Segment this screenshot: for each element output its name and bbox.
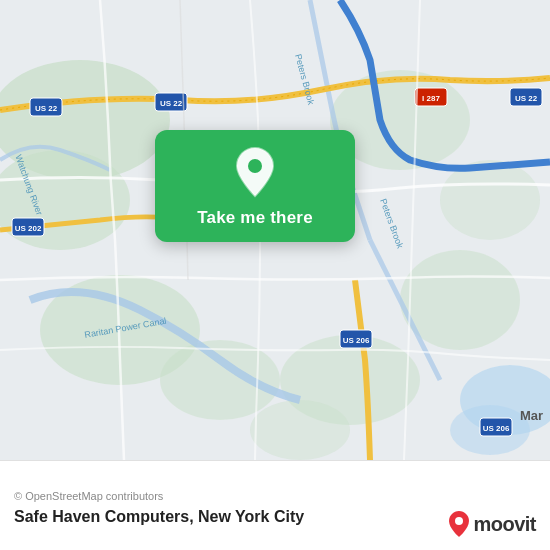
moovit-pin-icon	[448, 510, 470, 538]
moovit-logo: moovit	[448, 510, 536, 538]
svg-text:US 206: US 206	[483, 424, 510, 433]
take-me-there-card[interactable]: Take me there	[155, 130, 355, 242]
svg-point-7	[440, 160, 540, 240]
location-icon-wrapper	[229, 146, 281, 198]
svg-point-9	[250, 400, 350, 460]
svg-text:I 287: I 287	[422, 94, 440, 103]
attribution-text: © OpenStreetMap contributors	[14, 490, 536, 502]
svg-point-31	[248, 159, 262, 173]
svg-text:US 22: US 22	[35, 104, 58, 113]
svg-text:Mar: Mar	[520, 408, 543, 423]
svg-point-32	[455, 517, 463, 525]
svg-text:US 206: US 206	[343, 336, 370, 345]
svg-text:US 22: US 22	[160, 99, 183, 108]
moovit-brand-text: moovit	[473, 513, 536, 536]
svg-text:US 22: US 22	[515, 94, 538, 103]
map-container: US 22 US 22 US 22 I 287 US 202 US 206 US…	[0, 0, 550, 460]
svg-point-4	[160, 340, 280, 420]
bottom-bar: © OpenStreetMap contributors Safe Haven …	[0, 460, 550, 550]
svg-text:US 202: US 202	[15, 224, 42, 233]
take-me-there-button-label: Take me there	[197, 208, 313, 228]
